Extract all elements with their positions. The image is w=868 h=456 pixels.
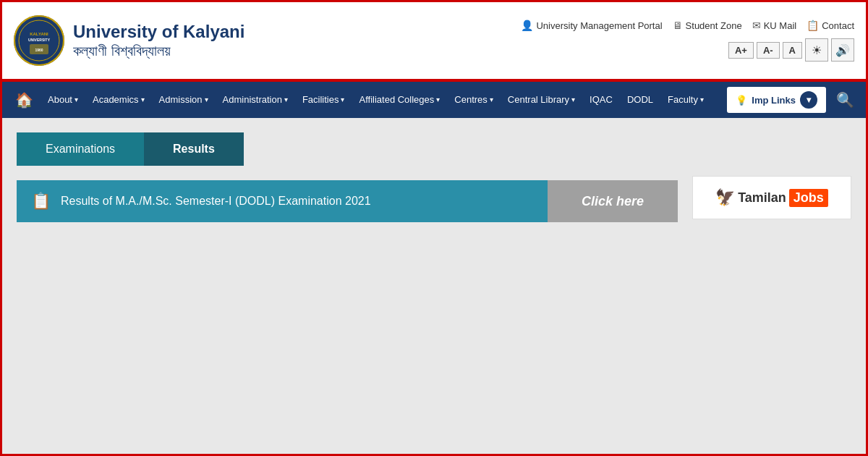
nav-item-about-arrow: ▾ — [75, 82, 78, 118]
result-main: 📋 Results of M.A./M.Sc. Semester-I (DODL… — [17, 180, 548, 222]
university-logo: KALYANI UNIVERSITY 1960 — [14, 15, 64, 66]
nav-item-admission-arrow: ▾ — [205, 82, 208, 118]
nav-item-affiliated-colleges-label: Affiliated Colleges — [359, 82, 434, 118]
site-header: KALYANI UNIVERSITY 1960 University of Ka… — [2, 2, 866, 82]
nav-items: About ▾ Academics ▾ Admission ▾ Administ… — [41, 82, 727, 118]
header-controls: A+ A- A ☀ 🔊 — [728, 38, 854, 62]
contact-link[interactable]: 📋 Contact — [807, 20, 854, 31]
svg-text:KALYANI: KALYANI — [30, 32, 48, 36]
nav-item-administration-label: Administration — [223, 82, 282, 118]
contact-label: Contact — [822, 20, 854, 31]
nav-item-faculty-label: Faculty — [668, 82, 698, 118]
search-button[interactable]: 🔍 — [830, 91, 860, 109]
mgmt-portal-icon: 👤 — [521, 20, 533, 31]
nav-item-iqac-label: IQAC — [590, 82, 613, 118]
ad-banner[interactable]: 🦅 Tamilan Jobs — [692, 176, 851, 219]
nav-item-facilities-label: Facilities — [302, 82, 339, 118]
university-name-bengali: কল্যাণী বিশ্ববিদ্যালয় — [73, 43, 244, 59]
nav-item-about-label: About — [48, 82, 72, 118]
volume-button[interactable]: 🔊 — [831, 38, 854, 62]
header-right: 👤 University Management Portal 🖥 Student… — [244, 20, 854, 62]
mgmt-portal-label: University Management Portal — [536, 20, 662, 31]
imp-links-label: Imp Links — [752, 95, 796, 106]
click-here-label: Click here — [582, 194, 644, 209]
click-here-button[interactable]: Click here — [548, 180, 678, 222]
brightness-button[interactable]: ☀ — [805, 38, 828, 62]
navbar-right: 💡 Imp Links ▾ 🔍 — [727, 87, 860, 113]
nav-item-facilities-arrow: ▾ — [341, 82, 344, 118]
svg-text:1960: 1960 — [35, 48, 43, 52]
ku-mail-link[interactable]: ✉ KU Mail — [752, 20, 797, 31]
home-nav-button[interactable]: 🏠 — [8, 91, 41, 109]
logo-area: KALYANI UNIVERSITY 1960 University of Ka… — [14, 15, 244, 66]
nav-item-affiliated-arrow: ▾ — [436, 82, 440, 118]
nav-item-affiliated-colleges[interactable]: Affiliated Colleges ▾ — [352, 82, 447, 118]
nav-item-central-library[interactable]: Central Library ▾ — [501, 82, 582, 118]
imp-links-dropdown-arrow: ▾ — [800, 91, 817, 109]
tamilan-brand-text: Tamilan — [738, 190, 786, 206]
university-name: University of Kalyani কল্যাণী বিশ্ববিদ্য… — [73, 22, 244, 59]
tamilan-logo: Tamilan Jobs — [738, 189, 828, 207]
main-navbar: 🏠 About ▾ Academics ▾ Admission ▾ Admini… — [2, 82, 866, 118]
imp-links-button[interactable]: 💡 Imp Links ▾ — [727, 87, 826, 113]
tab-examinations[interactable]: Examinations — [17, 132, 144, 166]
result-row: 📋 Results of M.A./M.Sc. Semester-I (DODL… — [17, 180, 678, 222]
contact-icon: 📋 — [807, 20, 819, 31]
content-tabs: Examinations Results — [17, 132, 678, 166]
nav-item-administration-arrow: ▾ — [284, 82, 288, 118]
imp-links-icon: 💡 — [736, 95, 747, 106]
tamilan-icon: 🦅 — [715, 188, 735, 207]
nav-item-centres-label: Centres — [454, 82, 488, 118]
student-zone-label: Student Zone — [686, 20, 742, 31]
nav-item-iqac[interactable]: IQAC — [582, 82, 620, 118]
header-links: 👤 University Management Portal 🖥 Student… — [521, 20, 854, 31]
nav-item-faculty-arrow: ▾ — [700, 82, 704, 118]
result-row-text: Results of M.A./M.Sc. Semester-I (DODL) … — [61, 195, 371, 208]
main-content: Examinations Results 📋 Results of M.A./M… — [2, 118, 866, 237]
student-zone-icon: 🖥 — [673, 20, 683, 31]
font-reset-button[interactable]: A — [783, 42, 802, 59]
nav-item-facilities[interactable]: Facilities ▾ — [295, 82, 352, 118]
ku-mail-icon: ✉ — [752, 20, 761, 31]
tab-examinations-label: Examinations — [46, 143, 115, 155]
tab-results-label: Results — [173, 143, 215, 155]
nav-item-dodl[interactable]: DODL — [620, 82, 660, 118]
nav-item-administration[interactable]: Administration ▾ — [216, 82, 295, 118]
nav-item-centres-arrow: ▾ — [490, 82, 493, 118]
nav-item-academics-arrow: ▾ — [141, 82, 145, 118]
nav-item-central-library-arrow: ▾ — [571, 82, 575, 118]
nav-item-centres[interactable]: Centres ▾ — [447, 82, 501, 118]
nav-item-academics-label: Academics — [93, 82, 139, 118]
tab-results[interactable]: Results — [144, 132, 244, 166]
nav-item-admission-label: Admission — [159, 82, 203, 118]
tamilan-jobs-badge: Jobs — [789, 189, 828, 207]
right-panel: 🦅 Tamilan Jobs — [692, 132, 851, 222]
university-name-english: University of Kalyani — [73, 22, 244, 43]
result-row-icon: 📋 — [31, 192, 51, 211]
left-panel: Examinations Results 📋 Results of M.A./M… — [17, 132, 678, 222]
svg-text:UNIVERSITY: UNIVERSITY — [28, 38, 51, 42]
nav-item-dodl-label: DODL — [627, 82, 653, 118]
mgmt-portal-link[interactable]: 👤 University Management Portal — [521, 20, 662, 31]
nav-item-admission[interactable]: Admission ▾ — [152, 82, 216, 118]
ku-mail-label: KU Mail — [764, 20, 797, 31]
nav-item-central-library-label: Central Library — [508, 82, 569, 118]
nav-item-faculty[interactable]: Faculty ▾ — [660, 82, 711, 118]
nav-item-academics[interactable]: Academics ▾ — [85, 82, 152, 118]
student-zone-link[interactable]: 🖥 Student Zone — [673, 20, 742, 31]
font-increase-button[interactable]: A+ — [728, 42, 754, 59]
font-decrease-button[interactable]: A- — [757, 42, 780, 59]
nav-item-about[interactable]: About ▾ — [41, 82, 85, 118]
